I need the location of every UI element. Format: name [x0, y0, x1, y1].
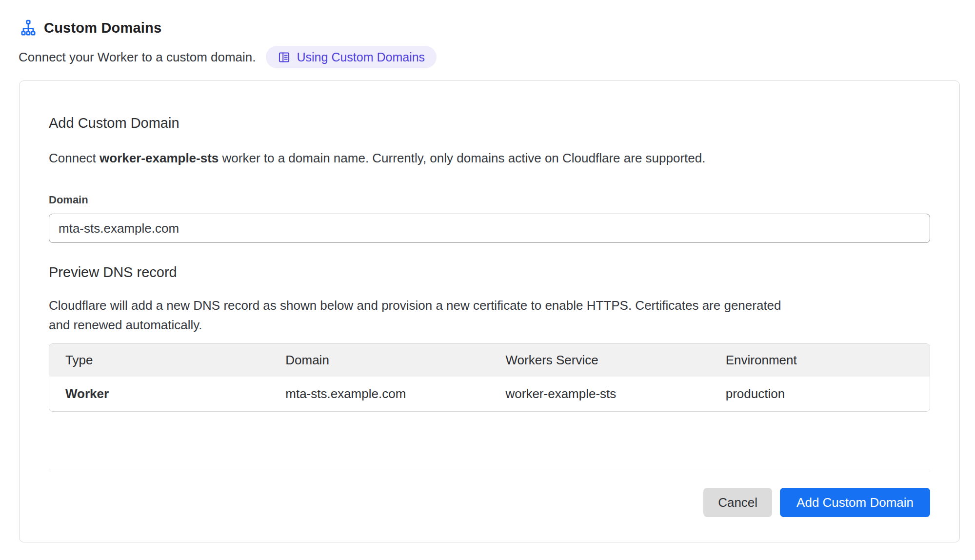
table-header-row: Type Domain Workers Service Environment [49, 344, 930, 377]
add-custom-domain-button[interactable]: Add Custom Domain [780, 488, 930, 517]
preview-dns-description: Cloudflare will add a new DNS record as … [49, 296, 800, 335]
intro-suffix: worker to a domain name. Currently, only… [219, 151, 705, 165]
dns-preview-table: Type Domain Workers Service Environment … [49, 343, 930, 412]
column-header-type: Type [49, 353, 269, 368]
cell-environment: production [710, 386, 930, 401]
preview-dns-heading: Preview DNS record [49, 262, 930, 282]
column-header-environment: Environment [710, 353, 930, 368]
docs-link-badge[interactable]: Using Custom Domains [266, 46, 437, 68]
page-subtitle-row: Connect your Worker to a custom domain. … [19, 46, 960, 68]
page-subtitle: Connect your Worker to a custom domain. [19, 50, 256, 65]
worker-name: worker-example-sts [99, 151, 219, 165]
page-title: Custom Domains [44, 20, 161, 36]
sitemap-icon [20, 20, 37, 36]
table-row: Worker mta-sts.example.com worker-exampl… [49, 377, 930, 411]
domain-field-label: Domain [49, 193, 930, 207]
docs-link-label: Using Custom Domains [297, 50, 425, 64]
cell-domain: mta-sts.example.com [269, 386, 489, 401]
column-header-workers-service: Workers Service [490, 353, 710, 368]
cancel-button[interactable]: Cancel [703, 488, 772, 517]
cell-type: Worker [49, 386, 269, 401]
open-book-icon [278, 51, 291, 64]
column-header-domain: Domain [269, 353, 489, 368]
add-custom-domain-card: Add Custom Domain Connect worker-example… [19, 80, 960, 542]
intro-text: Connect worker-example-sts worker to a d… [49, 148, 930, 168]
dialog-actions: Cancel Add Custom Domain [49, 488, 930, 517]
domain-input[interactable] [49, 214, 930, 243]
intro-prefix: Connect [49, 151, 99, 165]
cell-workers-service: worker-example-sts [490, 386, 710, 401]
page-header: Custom Domains [19, 20, 960, 36]
footer-divider [49, 469, 930, 469]
card-heading: Add Custom Domain [49, 113, 930, 133]
